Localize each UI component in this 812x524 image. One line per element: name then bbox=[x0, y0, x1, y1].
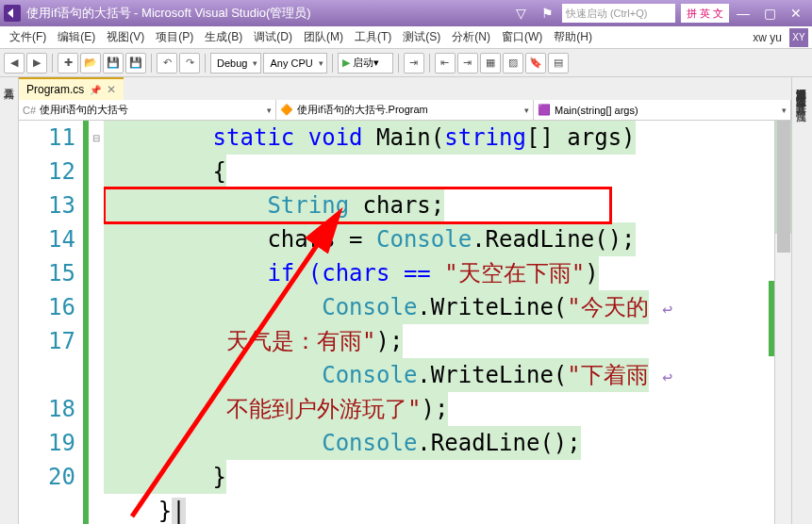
vertical-scrollbar[interactable] bbox=[774, 121, 791, 524]
nav-method-select[interactable]: 🟪Main(string[] args) bbox=[534, 100, 791, 120]
menu-view[interactable]: 视图(V) bbox=[101, 27, 150, 47]
menu-help[interactable]: 帮助(H) bbox=[548, 27, 598, 47]
diag-tools-tab[interactable]: 诊断工具 bbox=[792, 92, 810, 100]
menu-debug[interactable]: 调试(D) bbox=[248, 27, 298, 47]
notifications-icon[interactable]: ▽ bbox=[509, 4, 534, 23]
solution-explorer-tab[interactable]: 解决方案资源管理器 bbox=[792, 77, 810, 85]
nav-back-button[interactable]: ◀ bbox=[4, 53, 25, 74]
line-gutter: 11 12 13 14 15 16 17 18 19 20 bbox=[19, 121, 89, 524]
step-button[interactable]: ⇥ bbox=[404, 53, 424, 74]
config-select[interactable]: Debug bbox=[210, 53, 261, 74]
vs-logo-icon bbox=[4, 5, 21, 22]
code-area[interactable]: static void Main(string[] args) { String… bbox=[104, 121, 774, 524]
window-title: 使用if语句的大括号 - Microsoft Visual Studio(管理员… bbox=[26, 5, 311, 22]
undo-button[interactable]: ↶ bbox=[157, 53, 177, 74]
nav-class-select[interactable]: 🔶使用if语句的大括号.Program bbox=[276, 100, 534, 120]
menu-analyze[interactable]: 分析(N) bbox=[446, 27, 496, 47]
properties-tab[interactable]: 属性 bbox=[792, 100, 810, 107]
code-editor[interactable]: 11 12 13 14 15 16 17 18 19 20 ⊟ bbox=[19, 121, 791, 524]
menu-team[interactable]: 团队(M) bbox=[298, 27, 349, 47]
menu-build[interactable]: 生成(B) bbox=[199, 27, 248, 47]
quick-launch-input[interactable]: 快速启动 (Ctrl+Q) bbox=[562, 4, 675, 23]
outdent-button[interactable]: ⇥ bbox=[457, 53, 478, 74]
indent-button[interactable]: ⇤ bbox=[435, 53, 456, 74]
feedback-icon[interactable]: ⚑ bbox=[536, 4, 560, 23]
tab-close-icon[interactable]: ✕ bbox=[107, 83, 116, 96]
minimize-button[interactable]: — bbox=[731, 4, 755, 23]
new-button[interactable]: ✚ bbox=[58, 53, 78, 74]
menu-tools[interactable]: 工具(T) bbox=[349, 27, 397, 47]
open-button[interactable]: 📂 bbox=[80, 53, 101, 74]
nav-namespace-select[interactable]: C#使用if语句的大括号 bbox=[19, 100, 276, 120]
redo-button[interactable]: ↷ bbox=[179, 53, 200, 74]
maximize-button[interactable]: ▢ bbox=[757, 4, 782, 23]
pin-icon[interactable]: 📌 bbox=[90, 85, 101, 95]
comment-button[interactable]: ▦ bbox=[480, 53, 501, 74]
tab-program-cs[interactable]: Program.cs 📌 ✕ bbox=[19, 77, 124, 100]
user-avatar[interactable]: XY bbox=[789, 28, 808, 47]
tab-label: Program.cs bbox=[26, 83, 84, 96]
menu-test[interactable]: 测试(S) bbox=[397, 27, 446, 47]
platform-select[interactable]: Any CPU bbox=[263, 53, 326, 74]
save-all-button[interactable]: 💾 bbox=[125, 53, 146, 74]
user-name[interactable]: xw yu bbox=[753, 31, 782, 44]
uncomment-button[interactable]: ▨ bbox=[503, 53, 523, 74]
run-button[interactable]: ▶启动 ▾ bbox=[338, 53, 393, 74]
menu-window[interactable]: 窗口(W) bbox=[496, 27, 548, 47]
menu-file[interactable]: 文件(F) bbox=[4, 27, 52, 47]
close-button[interactable]: ✕ bbox=[784, 4, 808, 23]
save-button[interactable]: 💾 bbox=[103, 53, 124, 74]
nav-fwd-button[interactable]: ▶ bbox=[26, 53, 47, 74]
menu-project[interactable]: 项目(P) bbox=[150, 27, 199, 47]
toolbox-panel-tab[interactable]: 工具箱 bbox=[0, 77, 18, 85]
bookmark-button[interactable]: 🔖 bbox=[525, 53, 546, 74]
scrollbar-thumb[interactable] bbox=[777, 121, 790, 253]
menu-edit[interactable]: 编辑(E) bbox=[52, 27, 101, 47]
team-explorer-tab[interactable]: 团队资源管理器 bbox=[792, 85, 810, 92]
ime-status[interactable]: 拼 英 文 bbox=[681, 4, 729, 23]
fold-gutter: ⊟ bbox=[89, 121, 104, 524]
tool1-button[interactable]: ▤ bbox=[548, 53, 569, 74]
